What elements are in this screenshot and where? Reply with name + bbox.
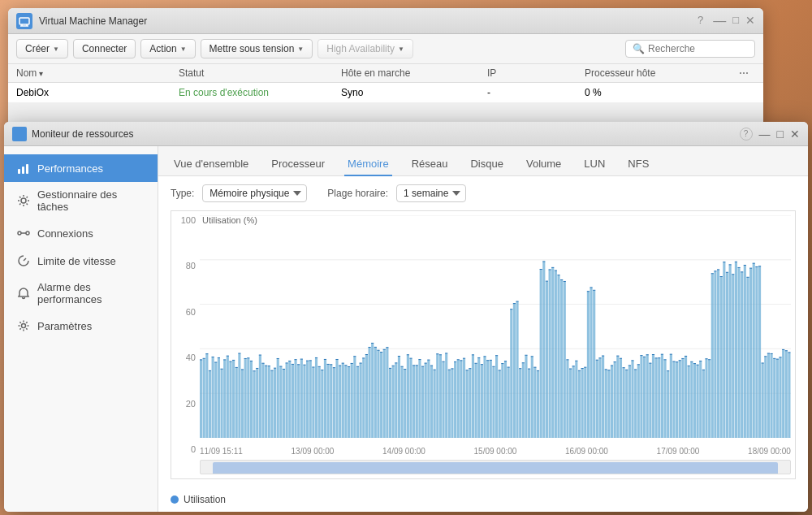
svg-rect-362 bbox=[708, 360, 710, 438]
svg-rect-48 bbox=[244, 358, 247, 438]
rm-help-icon[interactable]: ? bbox=[740, 128, 753, 141]
svg-rect-358 bbox=[702, 370, 705, 438]
col-more[interactable]: ⋯ bbox=[739, 67, 755, 79]
chart-scrollbar[interactable] bbox=[200, 460, 791, 474]
svg-rect-168 bbox=[421, 366, 424, 438]
rm-close-icon[interactable]: ✕ bbox=[790, 128, 800, 141]
rm-window-controls: ? — □ ✕ bbox=[740, 128, 800, 141]
svg-rect-386 bbox=[744, 265, 746, 438]
svg-rect-218 bbox=[495, 356, 498, 438]
y-axis: 100 80 60 40 20 0 bbox=[171, 211, 200, 454]
svg-rect-364 bbox=[711, 274, 714, 438]
vm-window-title: Virtual Machine Manager bbox=[39, 15, 698, 27]
type-label: Type: bbox=[171, 188, 194, 199]
rm-maximize-icon[interactable]: □ bbox=[777, 128, 784, 141]
tab-vue-ensemble[interactable]: Vue d'ensemble bbox=[171, 153, 252, 176]
tab-disque[interactable]: Disque bbox=[467, 153, 506, 176]
svg-rect-396 bbox=[758, 266, 761, 438]
maximize-icon[interactable]: □ bbox=[732, 14, 739, 28]
svg-rect-228 bbox=[510, 309, 512, 438]
tab-processeur[interactable]: Processeur bbox=[268, 153, 328, 176]
svg-rect-204 bbox=[475, 363, 477, 438]
svg-rect-108 bbox=[333, 368, 335, 438]
sidebar-item-parametres[interactable]: Paramètres bbox=[4, 312, 158, 340]
svg-rect-388 bbox=[746, 277, 749, 438]
svg-rect-98 bbox=[318, 366, 321, 438]
plage-select[interactable]: 1 semaine bbox=[396, 184, 466, 202]
svg-rect-152 bbox=[398, 357, 400, 438]
sidebar-label-alarme: Alarme des performances bbox=[37, 281, 145, 305]
rm-window-title: Moniteur de ressources bbox=[32, 128, 740, 140]
tab-memoire[interactable]: Mémoire bbox=[344, 153, 392, 176]
table-row[interactable]: DebiOx En cours d'exécution Syno - 0 % bbox=[8, 83, 763, 102]
svg-rect-320 bbox=[646, 355, 649, 438]
svg-rect-180 bbox=[439, 355, 442, 438]
svg-rect-398 bbox=[762, 363, 764, 438]
svg-rect-82 bbox=[294, 360, 296, 438]
performances-icon bbox=[16, 161, 31, 175]
mettre-sous-tension-button[interactable]: Mettre sous tension bbox=[201, 39, 313, 58]
svg-rect-372 bbox=[723, 262, 725, 438]
svg-rect-384 bbox=[741, 272, 743, 438]
svg-rect-382 bbox=[737, 267, 740, 438]
svg-rect-300 bbox=[616, 356, 619, 438]
svg-rect-278 bbox=[584, 367, 586, 438]
scrollbar-thumb[interactable] bbox=[213, 462, 779, 474]
tab-lun[interactable]: LUN bbox=[581, 153, 608, 176]
svg-rect-148 bbox=[392, 366, 395, 438]
rm-minimize-icon[interactable]: — bbox=[759, 128, 771, 141]
x-label-0: 11/09 15:11 bbox=[200, 447, 243, 456]
svg-rect-26 bbox=[212, 357, 214, 438]
svg-rect-400 bbox=[764, 357, 767, 438]
svg-rect-326 bbox=[655, 358, 658, 438]
row-processeur: 0 % bbox=[585, 87, 739, 98]
sidebar-item-gestionnaire[interactable]: Gestionnaire des tâches bbox=[4, 182, 158, 219]
help-icon[interactable]: ? bbox=[698, 14, 703, 28]
chart-legend: Utilisation bbox=[158, 487, 808, 512]
svg-rect-186 bbox=[448, 370, 451, 438]
svg-rect-390 bbox=[749, 268, 752, 438]
svg-rect-52 bbox=[250, 361, 253, 438]
sidebar-item-performances[interactable]: Performances bbox=[4, 154, 158, 182]
search-input[interactable] bbox=[648, 43, 748, 54]
svg-rect-68 bbox=[274, 368, 276, 438]
svg-rect-254 bbox=[549, 270, 551, 438]
type-select[interactable]: Mémoire physique bbox=[202, 184, 307, 202]
svg-rect-212 bbox=[486, 361, 489, 438]
controls-bar: Type: Mémoire physique Plage horaire: 1 … bbox=[158, 176, 808, 210]
svg-rect-4 bbox=[18, 169, 20, 174]
svg-rect-240 bbox=[528, 369, 530, 438]
action-button[interactable]: Action bbox=[140, 39, 195, 58]
tab-nfs[interactable]: NFS bbox=[624, 153, 652, 176]
svg-rect-38 bbox=[229, 361, 231, 438]
tab-volume[interactable]: Volume bbox=[523, 153, 564, 176]
connecter-button[interactable]: Connecter bbox=[73, 39, 136, 58]
svg-point-7 bbox=[21, 198, 26, 203]
svg-rect-276 bbox=[581, 369, 584, 438]
svg-rect-102 bbox=[324, 359, 326, 438]
svg-rect-354 bbox=[697, 365, 699, 438]
x-axis: 11/09 15:11 13/09 00:00 14/09 00:00 15/0… bbox=[200, 447, 791, 456]
svg-rect-5 bbox=[22, 167, 24, 174]
close-icon[interactable]: ✕ bbox=[745, 14, 755, 28]
svg-rect-118 bbox=[348, 366, 350, 438]
row-ip: - bbox=[487, 87, 585, 98]
svg-rect-122 bbox=[353, 357, 356, 438]
sidebar-item-connexions[interactable]: Connexions bbox=[4, 219, 158, 247]
y-80: 80 bbox=[186, 261, 196, 270]
tab-reseau[interactable]: Réseau bbox=[408, 153, 451, 176]
svg-rect-268 bbox=[569, 369, 572, 438]
high-availability-button[interactable]: High Availability bbox=[317, 39, 413, 58]
sidebar-item-alarme[interactable]: Alarme des performances bbox=[4, 275, 158, 312]
svg-rect-138 bbox=[377, 350, 379, 438]
svg-rect-220 bbox=[499, 370, 501, 438]
svg-point-8 bbox=[18, 232, 21, 235]
svg-rect-248 bbox=[540, 270, 542, 438]
minimize-icon[interactable]: — bbox=[713, 14, 726, 28]
svg-rect-188 bbox=[451, 369, 453, 438]
svg-rect-156 bbox=[404, 370, 406, 438]
creer-button[interactable]: Créer bbox=[16, 39, 68, 58]
sidebar-item-limite[interactable]: Limite de vitesse bbox=[4, 247, 158, 275]
svg-rect-252 bbox=[546, 281, 548, 438]
svg-rect-24 bbox=[209, 370, 211, 438]
